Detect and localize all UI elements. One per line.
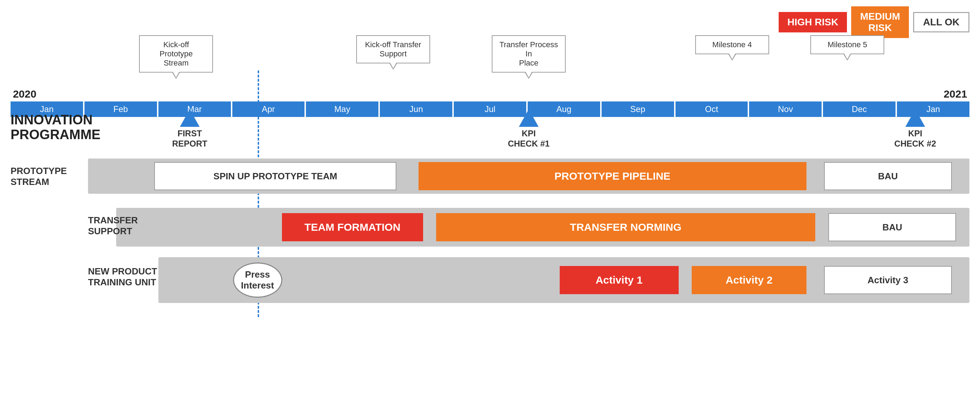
new-product-bars: Activity 1Activity 2Activity 3 — [88, 266, 969, 294]
year-start: 2020 — [11, 88, 39, 100]
bar-spin_up: SPIN UP PROTOTYPE TEAM — [154, 162, 397, 190]
page-wrapper: HIGH RISK MEDIUM RISK ALL OK Kick-off Pr… — [0, 0, 980, 415]
bar-bau1: BAU — [824, 162, 952, 190]
bar-activity2: Activity 2 — [692, 266, 807, 294]
bar-bau2: BAU — [828, 213, 956, 241]
programme-area: INNOVATION PROGRAMME FIRST REPORTKPI CHE… — [11, 109, 969, 404]
milestone-label-1: KPI CHECK #1 — [504, 129, 554, 149]
legend-medium-risk: MEDIUM RISK — [851, 6, 909, 38]
innovation-programme-title: INNOVATION PROGRAMME — [11, 113, 84, 142]
timeline-area: Kick-off Prototype StreamKick-off Transf… — [11, 35, 969, 116]
bar-activity3: Activity 3 — [824, 266, 952, 294]
transfer-bars: TEAM FORMATIONTRANSFER NORMINGBAU — [88, 213, 969, 241]
legend-high-risk: HIGH RISK — [779, 12, 847, 32]
milestone-label-0: FIRST REPORT — [165, 129, 215, 149]
callout-1: Kick-off Transfer Support — [356, 35, 430, 64]
milestone-triangle-2 — [905, 109, 925, 127]
milestone-label-2: KPI CHECK #2 — [891, 129, 940, 149]
bar-transfer_norming: TRANSFER NORMING — [436, 213, 815, 241]
prototype-stream-row: PROTOTYPE STREAM SPIN UP PROTOTYPE TEAMP… — [11, 158, 969, 194]
milestone-triangle-1 — [519, 109, 539, 127]
transfer-support-row: TRANSFER SUPPORT TEAM FORMATIONTRANSFER … — [11, 208, 969, 247]
callout-0: Kick-off Prototype Stream — [139, 35, 213, 73]
bar-team_formation: TEAM FORMATION — [282, 213, 423, 241]
callout-2: Transfer Process In Place — [492, 35, 566, 73]
bar-pipeline: PROTOTYPE PIPELINE — [418, 162, 807, 190]
prototype-stream-label: PROTOTYPE STREAM — [11, 166, 84, 187]
legend-all-ok: ALL OK — [913, 12, 969, 32]
year-labels: 2020 2021 — [11, 88, 969, 100]
callout-4: Milestone 5 — [810, 35, 884, 54]
prototype-bars: SPIN UP PROTOTYPE TEAMPROTOTYPE PIPELINE… — [88, 162, 969, 190]
legend: HIGH RISK MEDIUM RISK ALL OK — [779, 6, 969, 38]
year-end: 2021 — [941, 88, 969, 100]
bar-activity1: Activity 1 — [560, 266, 679, 294]
callout-3: Milestone 4 — [695, 35, 769, 54]
milestone-triangle-0 — [180, 109, 200, 127]
milestones-row: FIRST REPORTKPI CHECK #1KPI CHECK #2 — [88, 109, 969, 148]
new-product-row: NEW PRODUCT TRAINING UNIT Press Interest… — [11, 257, 969, 303]
callouts-container: Kick-off Prototype StreamKick-off Transf… — [11, 35, 969, 81]
